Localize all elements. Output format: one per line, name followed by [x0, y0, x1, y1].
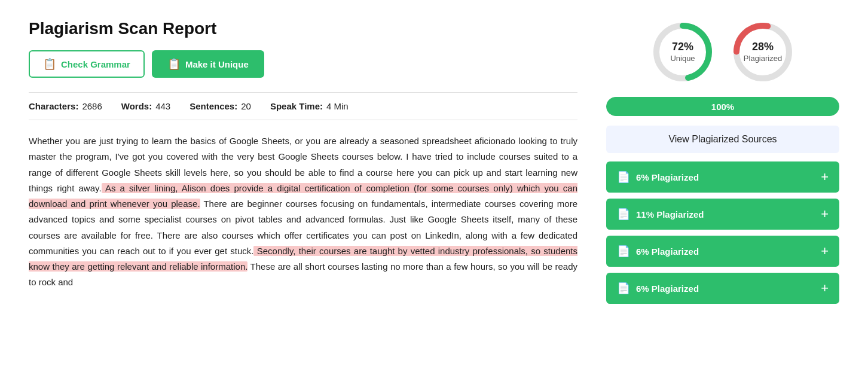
page-title: Plagiarism Scan Report [29, 19, 577, 38]
unique-donut-text: 72% Unique [670, 41, 695, 63]
unique-icon: 📋 [167, 57, 181, 71]
check-grammar-button[interactable]: 📋 Check Grammar [29, 50, 145, 78]
plagiarism-item-expand-0[interactable]: + [821, 169, 829, 185]
plagiarized-donut-wrap: 28% Plagiarized [730, 19, 796, 85]
view-plagiarized-sources-button[interactable]: View Plagiarized Sources [606, 126, 839, 153]
plagiarism-item-2[interactable]: 📄 6% Plagiarized + [606, 236, 839, 267]
plagiarism-item-expand-1[interactable]: + [821, 206, 829, 222]
unique-donut-wrap: 72% Unique [650, 19, 716, 85]
stats-row: Characters: 2686 Words: 443 Sentences: 2… [29, 92, 577, 120]
characters-stat: Characters: 2686 [29, 101, 102, 111]
speak-time-stat: Speak Time: 4 Min [270, 101, 349, 111]
plagiarism-item-expand-3[interactable]: + [821, 281, 829, 296]
plagiarism-item-icon-2: 📄 [617, 245, 630, 258]
grammar-icon: 📋 [43, 57, 56, 71]
progress-bar-fill: 100% [606, 97, 839, 116]
plagiarism-item-icon-0: 📄 [617, 170, 630, 184]
unique-donut: 72% Unique [650, 19, 716, 85]
sentences-stat: Sentences: 20 [190, 101, 251, 111]
plagiarism-items-list: 📄 6% Plagiarized + 📄 11% Plagiarized + 📄… [606, 161, 839, 304]
plagiarism-item-icon-1: 📄 [617, 208, 630, 221]
make-unique-button[interactable]: 📋 Make it Unique [152, 50, 264, 78]
plagiarized-donut-text: 28% Plagiarized [744, 41, 782, 63]
progress-bar-container: 100% [606, 97, 839, 116]
plagiarism-item-1[interactable]: 📄 11% Plagiarized + [606, 199, 839, 230]
plagiarism-item-3[interactable]: 📄 6% Plagiarized + [606, 273, 839, 304]
content-body: Whether you are just trying to learn the… [29, 133, 577, 291]
donut-row: 72% Unique 28% Plagiarized [606, 19, 839, 85]
plagiarized-donut: 28% Plagiarized [730, 19, 796, 85]
plagiarism-item-expand-2[interactable]: + [821, 243, 829, 259]
words-stat: Words: 443 [121, 101, 170, 111]
plagiarism-item-icon-3: 📄 [617, 282, 630, 295]
plagiarism-item-0[interactable]: 📄 6% Plagiarized + [606, 161, 839, 193]
